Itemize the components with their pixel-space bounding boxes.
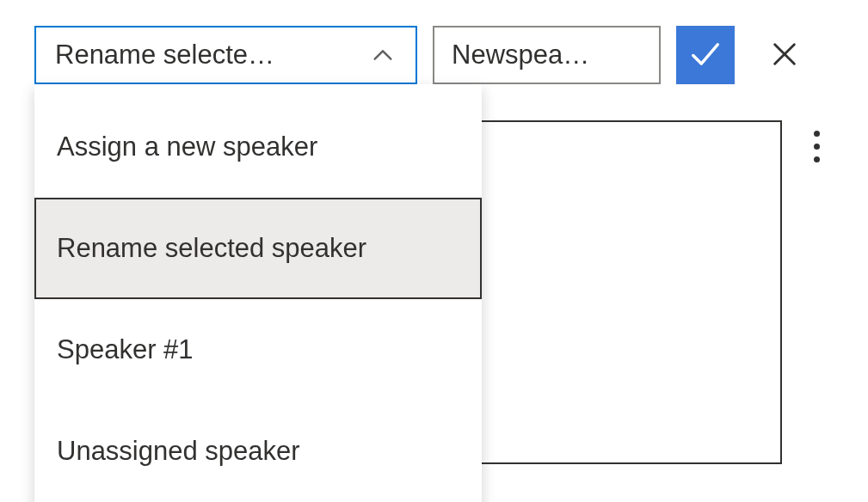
speaker-name-input[interactable]	[433, 26, 661, 84]
close-icon	[770, 40, 799, 71]
menu-item-rename-selected[interactable]: Rename selected speaker	[34, 198, 482, 299]
menu-item-label: Rename selected speaker	[57, 233, 366, 264]
menu-item-label: Speaker #1	[57, 334, 194, 365]
speaker-action-dropdown-menu: Assign a new speaker Rename selected spe…	[34, 84, 482, 502]
chevron-up-icon	[366, 38, 400, 72]
menu-item-speaker-1[interactable]: Speaker #1	[34, 299, 482, 401]
speaker-action-dropdown[interactable]: Rename selecte…	[34, 26, 417, 84]
confirm-button[interactable]	[676, 26, 735, 84]
dropdown-selected-label: Rename selecte…	[55, 40, 274, 70]
menu-item-assign-new[interactable]: Assign a new speaker	[34, 96, 482, 198]
menu-item-label: Assign a new speaker	[57, 132, 317, 162]
check-icon	[689, 38, 722, 73]
menu-item-unassigned[interactable]: Unassigned speaker	[34, 401, 482, 502]
cancel-button[interactable]	[755, 26, 814, 84]
kebab-icon	[814, 131, 820, 162]
more-options-button[interactable]	[799, 120, 834, 172]
toolbar: Rename selecte…	[34, 26, 834, 84]
menu-item-label: Unassigned speaker	[57, 436, 300, 467]
